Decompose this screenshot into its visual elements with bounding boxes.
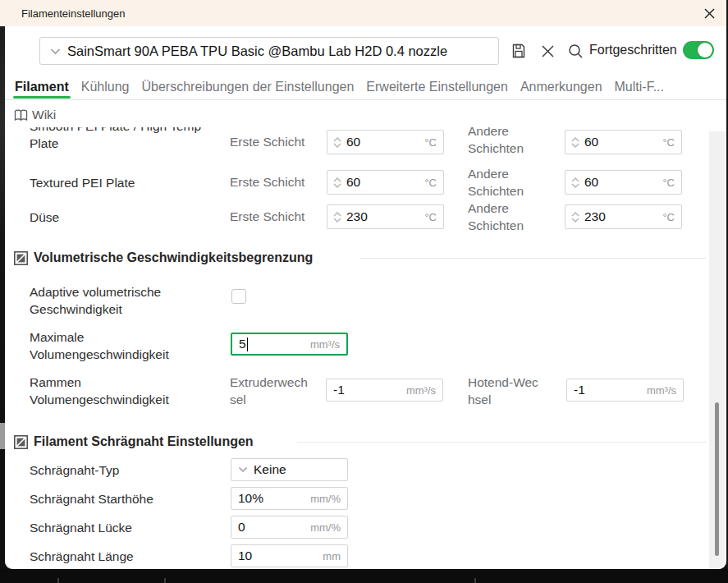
unit-text: °C <box>662 211 675 223</box>
search-button[interactable] <box>566 42 584 60</box>
tab-label: Multi-F... <box>615 80 664 94</box>
setting-label-scarf-type: Schrägnaht-Typ <box>30 461 218 479</box>
spinner-arrows-icon[interactable] <box>571 137 579 148</box>
spinner-arrows-icon[interactable] <box>571 177 579 188</box>
tab-advanced[interactable]: Erweiterte Einstellungen <box>365 74 509 99</box>
value-text: 10 <box>238 549 252 563</box>
delete-preset-button[interactable] <box>538 42 556 60</box>
preset-name: SainSmart 90A PEBA TPU Basic @Bambu Lab … <box>67 44 447 59</box>
tab-filament[interactable]: Filament <box>14 74 70 99</box>
title-bar: Filamenteinstellungen <box>0 0 728 26</box>
setting-label-adaptive-volumetric: Adaptive volumetrische Geschwindigkeit <box>30 283 218 318</box>
other-layers-label: Andere Schichten <box>468 127 550 157</box>
background-tick <box>474 578 476 583</box>
scarf-type-select[interactable]: Keine <box>231 458 348 481</box>
first-layer-label: Erste Schicht <box>230 173 304 191</box>
unit-text: °C <box>424 211 437 223</box>
tab-cooling[interactable]: Kühlung <box>80 74 130 99</box>
scrollbar-thumb[interactable] <box>715 402 719 556</box>
chevron-down-icon <box>50 48 61 55</box>
window-title: Filamenteinstellungen <box>21 7 125 20</box>
section-rule <box>359 258 706 259</box>
unit-text: °C <box>424 177 437 189</box>
value-text: 0 <box>238 520 245 535</box>
nozzle-other-layers-input[interactable]: 230 °C <box>565 204 682 229</box>
value-text: -1 <box>333 383 345 397</box>
setting-label-textured-pei-plate: Textured PEI Plate <box>30 174 218 191</box>
value-text: -1 <box>574 383 585 397</box>
section-title: Volumetrische Geschwindigkeitsbegrenzung <box>34 250 313 265</box>
book-icon <box>14 109 28 122</box>
setting-label-ramming-volumetric: Rammen Volumengeschwindigkeit <box>30 374 218 408</box>
unit-text: °C <box>662 136 675 149</box>
setting-label-scarf-start-height: Schrägnaht Starthöhe <box>30 490 227 507</box>
advanced-mode-toggle[interactable] <box>683 41 714 59</box>
vertical-scrollbar[interactable] <box>709 131 725 569</box>
section-title: Filament Schrägnaht Einstellungen <box>34 434 254 449</box>
value-text: Keine <box>254 462 286 477</box>
advanced-mode-label: Fortgeschritten <box>589 43 677 57</box>
section-header-volumetric[interactable]: Volumetrische Geschwindigkeitsbegrenzung <box>14 249 313 267</box>
scarf-gap-input[interactable]: 0 mm/% <box>231 516 348 539</box>
textured-pei-other-layers-input[interactable]: 60 °C <box>565 170 682 195</box>
scarf-length-input[interactable]: 10 mm <box>231 544 348 567</box>
settings-scroll-area[interactable]: Smooth PEI Plate / High Temp Plate Erste… <box>5 127 711 569</box>
chevron-down-icon <box>238 466 248 473</box>
section-header-scarf-seam[interactable]: Filament Schrägnaht Einstellungen <box>14 433 254 451</box>
tab-notes[interactable]: Anmerkungen <box>520 74 603 99</box>
ramming-extruder-change-input[interactable]: -1 mm³/s <box>326 379 443 402</box>
value-text: 60 <box>584 175 598 190</box>
value-text: 60 <box>346 175 360 190</box>
tab-label: Kühlung <box>81 80 130 94</box>
nozzle-first-layer-input[interactable]: 230 °C <box>327 204 444 229</box>
max-volumetric-speed-input[interactable]: 5 mm³/s <box>231 333 348 356</box>
toggle-knob <box>698 43 712 57</box>
textured-pei-first-layer-input[interactable]: 60 °C <box>327 170 444 195</box>
spinner-arrows-icon[interactable] <box>571 212 579 223</box>
unit-text: mm <box>323 550 341 562</box>
setting-label-smooth-pei-plate: Smooth PEI Plate / High Temp Plate <box>30 127 218 152</box>
other-layers-label: Andere Schichten <box>468 165 550 200</box>
preset-toolbar: SainSmart 90A PEBA TPU Basic @Bambu Lab … <box>5 37 726 65</box>
extruder-change-label: Extruderwechsel <box>230 374 308 408</box>
search-icon <box>567 43 584 60</box>
unit-text: °C <box>424 136 437 149</box>
spinner-arrows-icon[interactable] <box>333 177 341 188</box>
setting-label-scarf-gap: Schrägnaht Lücke <box>30 519 227 536</box>
tab-label: Erweiterte Einstellungen <box>366 80 508 94</box>
spinner-arrows-icon[interactable] <box>333 137 341 148</box>
scarf-start-height-input[interactable]: 10% mm/% <box>231 487 348 510</box>
first-layer-label: Erste Schicht <box>230 208 304 225</box>
smooth-pei-first-layer-input[interactable]: 60 °C <box>327 130 444 154</box>
ramming-hotend-change-input[interactable]: -1 mm³/s <box>566 379 684 402</box>
hotend-change-label: Hotend-Wechsel <box>468 374 543 408</box>
close-button[interactable] <box>698 2 721 25</box>
value-text: 60 <box>346 135 360 149</box>
save-preset-button[interactable] <box>510 42 528 60</box>
settings-tabs: Filament Kühlung Überschreibungen der Ei… <box>5 74 726 100</box>
wiki-label: Wiki <box>32 108 56 122</box>
tab-multi-filament[interactable]: Multi-F... <box>614 74 665 99</box>
unit-text: mm/% <box>310 521 341 534</box>
spinner-arrows-icon[interactable] <box>333 212 341 223</box>
text-caret <box>247 337 248 351</box>
section-collapse-icon <box>14 251 28 265</box>
section-collapse-icon <box>14 435 28 449</box>
setting-label-max-volumetric: Maximale Volumengeschwindigkeit <box>30 328 218 363</box>
background-bottom-edge <box>0 569 728 583</box>
delete-icon <box>541 44 555 58</box>
other-layers-label: Andere Schichten <box>468 200 550 234</box>
tab-label: Anmerkungen <box>520 80 602 94</box>
background-tick <box>164 578 166 583</box>
wiki-link[interactable]: Wiki <box>14 106 56 124</box>
smooth-pei-other-layers-input[interactable]: 60 °C <box>565 130 682 154</box>
unit-text: mm/% <box>310 493 341 505</box>
value-text: 5 <box>239 337 246 351</box>
tab-setting-overrides[interactable]: Überschreibungen der Einstellungen <box>141 74 355 99</box>
value-text: 10% <box>238 491 263 506</box>
preset-select[interactable]: SainSmart 90A PEBA TPU Basic @Bambu Lab … <box>39 37 499 65</box>
unit-text: °C <box>662 177 675 189</box>
tab-label: Filament <box>15 80 69 94</box>
adaptive-volumetric-checkbox[interactable] <box>231 289 246 304</box>
filament-settings-window: Filamenteinstellungen SainSmart 90A PEBA… <box>0 0 728 583</box>
